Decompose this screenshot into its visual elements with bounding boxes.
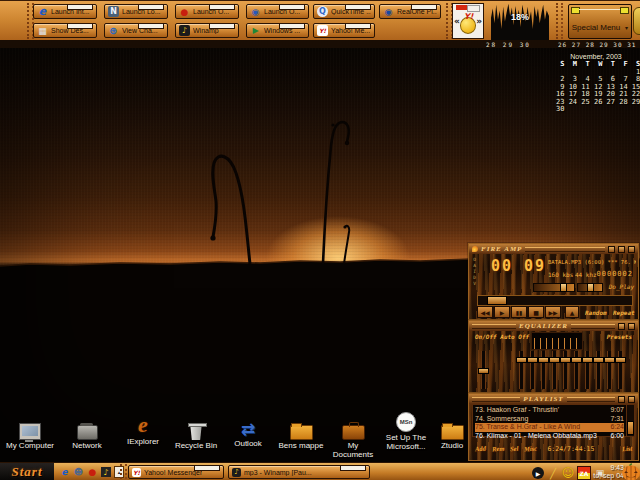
track-title-marquee[interactable]: BATALA.MP3 (6:00) *** 76. KLI [548, 259, 636, 265]
zonealarm-tray-icon[interactable]: ZA [577, 466, 591, 480]
eq-band-slider[interactable] [594, 351, 601, 389]
eq-band-slider[interactable] [517, 351, 524, 389]
launch-o-red-button[interactable]: ● Launch O... [175, 4, 239, 19]
launch-internet-button[interactable]: e Launch Int... [33, 4, 97, 19]
shade-icon[interactable] [618, 323, 625, 330]
previous-arrow[interactable]: « [454, 16, 460, 26]
next-arrow[interactable]: » [476, 16, 482, 26]
start-button[interactable]: Start [0, 463, 54, 480]
media-play-tray-icon[interactable]: ▶ [532, 467, 544, 479]
repeat-toggle[interactable]: Repeat [613, 309, 635, 316]
playlist-misc-button[interactable]: Misc [524, 445, 537, 453]
playlist-row-selected[interactable]: 75. Transe & H.Graf - Like A Wind 6:24 [475, 423, 624, 432]
winamp-quicklaunch-icon[interactable]: ♪ [101, 467, 111, 477]
calendar-week: 30 [554, 106, 638, 114]
flame-icon [472, 246, 478, 252]
volume-slider[interactable] [533, 283, 575, 292]
eject-button[interactable]: ▲ [565, 306, 579, 318]
task-winamp[interactable]: ♪ mp3 - Winamp [Pau... [228, 465, 370, 479]
eq-band-handle[interactable] [604, 357, 615, 363]
eq-band-slider[interactable] [583, 351, 590, 389]
task-label: Yahoo! Messenger [144, 469, 202, 476]
desktop-icon-bens-mappe[interactable]: Bens mappe [275, 416, 327, 451]
eq-band-handle[interactable] [527, 357, 538, 363]
task-yahoo-messenger[interactable]: Y! Yahoo! Messenger [128, 465, 224, 479]
pen-tray-icon[interactable]: ╱ [547, 467, 559, 479]
position-slider[interactable] [477, 295, 633, 306]
eq-band-handle[interactable] [582, 357, 593, 363]
equalizer-titlebar[interactable]: EQUALIZER [469, 321, 638, 331]
balance-handle[interactable] [587, 283, 594, 292]
visualizer-percent: 18% [491, 12, 549, 22]
windows-media-button[interactable]: ▶ Windows ... [246, 23, 309, 38]
scrollbar-handle[interactable] [627, 421, 634, 435]
eq-band-handle[interactable] [538, 357, 549, 363]
eq-band-handle[interactable] [571, 357, 582, 363]
balance-slider[interactable] [577, 283, 603, 292]
winamp-titlebar[interactable]: FIRE AMP [469, 244, 638, 254]
eq-band-handle[interactable] [615, 357, 626, 363]
eq-spectrum-display [531, 332, 583, 350]
eq-band-slider[interactable] [528, 351, 535, 389]
eq-band-slider[interactable] [605, 351, 612, 389]
eq-presets-button[interactable]: Presets [607, 333, 632, 340]
eq-band-slider[interactable] [550, 351, 557, 389]
previous-button[interactable]: ◀◀ [477, 306, 493, 318]
playlist-row[interactable]: 73. Haakon Graf - Thrustin' 9:07 [475, 406, 624, 415]
playlist-row[interactable]: 74. Sommersang 7:31 [475, 415, 624, 424]
preamp-slider[interactable] [479, 351, 486, 389]
next-button[interactable]: ▶▶ [545, 306, 561, 318]
winamp-main-window: FIRE AMP OAIDV 00 09 BATALA.MP3 (6:00) *… [468, 243, 639, 320]
realone-button[interactable]: ◉ RealOne Pl... [379, 4, 441, 19]
playlist-add-button[interactable]: Add [475, 445, 486, 453]
launch-lo-button[interactable]: N Launch Lo... [104, 4, 168, 19]
eq-band-handle[interactable] [560, 357, 571, 363]
playlist-list-button[interactable]: List [622, 445, 633, 453]
preamp-handle[interactable] [478, 368, 489, 374]
launch-o-blue-button[interactable]: ◉ Launch O... [246, 4, 309, 19]
minimize-icon[interactable] [608, 246, 615, 253]
close-icon[interactable] [628, 396, 635, 403]
stop-button[interactable]: ■ [528, 306, 544, 318]
yahoo-smiley-tray-icon[interactable]: ☺ [562, 467, 574, 479]
desktop-icon-my-documents[interactable]: My Documents [327, 416, 379, 459]
playlist-titlebar[interactable]: PLAYLIST [469, 394, 638, 404]
shade-icon[interactable] [618, 396, 625, 403]
eq-band-slider[interactable] [539, 351, 546, 389]
eq-band-handle[interactable] [593, 357, 604, 363]
close-icon[interactable] [628, 246, 635, 253]
desktop-icon-my-computer[interactable]: My Computer [4, 416, 56, 451]
view-channels-button[interactable]: ⊕ View Cha... [104, 23, 168, 38]
playlist-time-display: 6:24/7:44:15 [547, 445, 594, 453]
desktop-icon-recycle-bin[interactable]: Recycle Bin [170, 416, 222, 451]
messenger-quicklaunch-icon[interactable]: ☻ [73, 467, 84, 478]
volume-handle[interactable] [560, 283, 567, 292]
quicktime-button[interactable]: Q QuickTime ... [313, 4, 375, 19]
shuffle-toggle[interactable]: Random [585, 309, 607, 316]
desktop-icon-network[interactable]: Network [61, 416, 113, 451]
winamp-icon: ♪ [179, 25, 190, 36]
realplayer-quicklaunch-icon[interactable]: ● [87, 467, 98, 478]
eq-band-handle[interactable] [516, 357, 527, 363]
eq-onoff-auto-buttons[interactable]: On/Off Auto Off [475, 333, 529, 340]
eq-band-slider[interactable] [572, 351, 579, 389]
playlist-remove-button[interactable]: Rem [492, 445, 505, 453]
play-button[interactable]: ▶ [494, 306, 510, 318]
shade-icon[interactable] [618, 246, 625, 253]
ie-quicklaunch-icon[interactable]: e [59, 467, 70, 478]
eq-band-slider[interactable] [616, 351, 623, 389]
show-desktop-button[interactable]: ▦ Show Des... [33, 23, 97, 38]
close-icon[interactable] [628, 323, 635, 330]
winamp-button[interactable]: ♪ Winamp [175, 23, 239, 38]
clutterbar[interactable]: OAIDV [472, 257, 477, 287]
yahoo-messenger-button[interactable]: Y! Yahoo! Me... [313, 23, 375, 38]
position-handle[interactable] [487, 296, 507, 305]
eq-band-slider[interactable] [561, 351, 568, 389]
special-menu-button[interactable]: Special Menu ▾ [568, 4, 632, 39]
playlist-scrollbar[interactable] [626, 404, 635, 437]
desktop-icon-iexplorer[interactable]: e IExplorer [117, 412, 169, 447]
playlist-select-button[interactable]: Sel [510, 445, 519, 453]
desktop-icon-outlook[interactable]: ⇄ Outlook [222, 414, 274, 449]
pause-button[interactable]: ▮▮ [511, 306, 527, 318]
eq-band-handle[interactable] [549, 357, 560, 363]
